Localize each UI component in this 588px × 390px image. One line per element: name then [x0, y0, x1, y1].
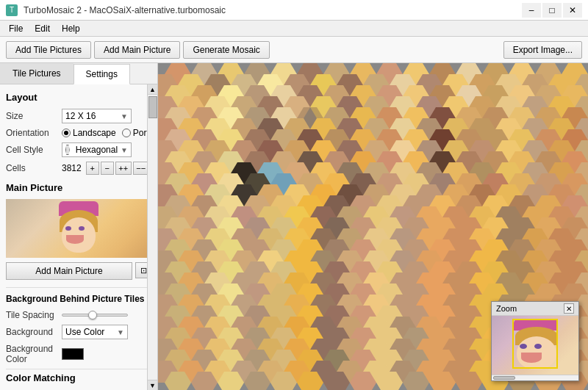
- toolbar: Add Tile Pictures Add Main Picture Gener…: [0, 37, 588, 63]
- background-dropdown-arrow: ▼: [117, 328, 124, 336]
- tab-tile-pictures[interactable]: Tile Pictures: [0, 63, 74, 84]
- app-icon: T: [6, 4, 18, 16]
- background-section: Background Behind Picture Tiles Tile Spa…: [6, 287, 151, 364]
- cell-style-value: Hexagonal: [76, 145, 118, 155]
- left-panel: Tile Pictures Settings Layout Size 12 X …: [0, 63, 158, 390]
- generate-mosaic-button[interactable]: Generate Mosaic: [183, 41, 269, 59]
- maximize-button[interactable]: □: [542, 3, 562, 18]
- background-label: Background: [6, 327, 59, 337]
- close-button[interactable]: ✕: [563, 3, 582, 18]
- tabs: Tile Pictures Settings: [0, 63, 157, 84]
- tile-spacing-slider[interactable]: [62, 314, 128, 317]
- size-value: 12 X 16: [65, 111, 96, 121]
- size-label: Size: [6, 111, 59, 121]
- zoom-scroll-thumb[interactable]: [493, 376, 515, 380]
- mosaic-area: Zoom ✕: [158, 63, 588, 390]
- export-image-button[interactable]: Export Image...: [503, 41, 582, 59]
- picture-preview: [6, 199, 151, 258]
- zoom-title: Zoom: [496, 304, 517, 313]
- cells-label: Cells: [6, 163, 59, 173]
- orientation-radio-group: Landscape Portrait: [62, 128, 157, 138]
- cell-style-arrow: ▼: [121, 146, 128, 154]
- tile-spacing-label: Tile Spacing: [6, 310, 59, 320]
- background-section-title: Background Behind Picture Tiles: [6, 294, 151, 304]
- layout-section-title: Layout: [6, 92, 151, 103]
- cells-double-plus-button[interactable]: ++: [115, 162, 132, 175]
- landscape-radio[interactable]: Landscape: [62, 128, 116, 138]
- main-layout: Tile Pictures Settings Layout Size 12 X …: [0, 63, 588, 390]
- panel-content: Layout Size 12 X 16 ▼ Orientation Landsc…: [0, 84, 157, 390]
- background-color-swatch[interactable]: [62, 348, 84, 360]
- crop-icon: ⊡: [140, 266, 147, 275]
- portrait-radio-circle: [122, 129, 131, 137]
- window-controls: – □ ✕: [522, 3, 582, 18]
- window-title: TurboMosaic 2 - MacOSaiX-alternative.tur…: [24, 5, 226, 15]
- orientation-label: Orientation: [6, 128, 59, 138]
- color-matching-title: Color Matching: [6, 372, 151, 383]
- orientation-row: Orientation Landscape Portrait: [6, 128, 151, 138]
- menu-file[interactable]: File: [3, 22, 29, 35]
- zoom-box: Zoom ✕: [491, 301, 579, 381]
- scroll-thumb[interactable]: [148, 96, 157, 118]
- cells-minus-button[interactable]: −: [101, 162, 114, 175]
- cells-controls: 3812 + − ++ −−: [62, 162, 149, 175]
- add-main-picture-toolbar-button[interactable]: Add Main Picture: [94, 41, 180, 59]
- minimize-button[interactable]: –: [522, 3, 541, 18]
- main-picture-section: Main Picture Add Main Picture: [6, 182, 151, 280]
- cells-plus-button[interactable]: +: [86, 162, 99, 175]
- background-color-row: Background Color: [6, 344, 151, 364]
- cell-style-dropdown[interactable]: Hexagonal ▼: [62, 142, 132, 157]
- menu-help[interactable]: Help: [56, 22, 86, 35]
- background-row: Background Use Color ▼: [6, 325, 151, 339]
- main-picture-title: Main Picture: [6, 182, 151, 193]
- panel-scrollbar: ▲ ▼: [147, 84, 157, 390]
- zoom-preview: [492, 316, 578, 375]
- cell-style-row: Cell Style Hexagonal ▼: [6, 142, 151, 157]
- cells-value: 3812: [62, 163, 82, 173]
- landscape-label: Landscape: [73, 128, 116, 138]
- background-dropdown[interactable]: Use Color ▼: [62, 325, 128, 339]
- size-dropdown-arrow: ▼: [121, 112, 128, 120]
- title-bar: T TurboMosaic 2 - MacOSaiX-alternative.t…: [0, 0, 588, 21]
- zoom-scrollbar: [492, 375, 578, 380]
- zoom-header: Zoom ✕: [492, 302, 578, 316]
- color-matching-section: Color Matching: [6, 369, 151, 383]
- tile-spacing-row: Tile Spacing: [6, 310, 151, 320]
- landscape-radio-circle: [62, 129, 71, 137]
- scroll-up-button[interactable]: ▲: [148, 84, 158, 95]
- menu-bar: File Edit Help: [0, 21, 588, 37]
- size-row: Size 12 X 16 ▼: [6, 109, 151, 123]
- cells-row: Cells 3812 + − ++ −−: [6, 162, 151, 175]
- slider-thumb: [88, 311, 97, 319]
- zoom-close-button[interactable]: ✕: [564, 303, 574, 314]
- hexagon-icon: [65, 145, 70, 155]
- add-tile-pictures-button[interactable]: Add Tile Pictures: [6, 41, 91, 59]
- add-main-picture-button[interactable]: Add Main Picture: [6, 262, 132, 280]
- background-value: Use Color: [65, 327, 104, 337]
- menu-edit[interactable]: Edit: [29, 22, 56, 35]
- add-picture-row: Add Main Picture ⊡: [6, 262, 151, 280]
- tab-settings[interactable]: Settings: [74, 64, 130, 84]
- background-color-label: Background Color: [6, 344, 59, 364]
- cell-style-label: Cell Style: [6, 145, 59, 155]
- scroll-down-button[interactable]: ▼: [148, 380, 158, 390]
- size-dropdown[interactable]: 12 X 16 ▼: [62, 109, 132, 123]
